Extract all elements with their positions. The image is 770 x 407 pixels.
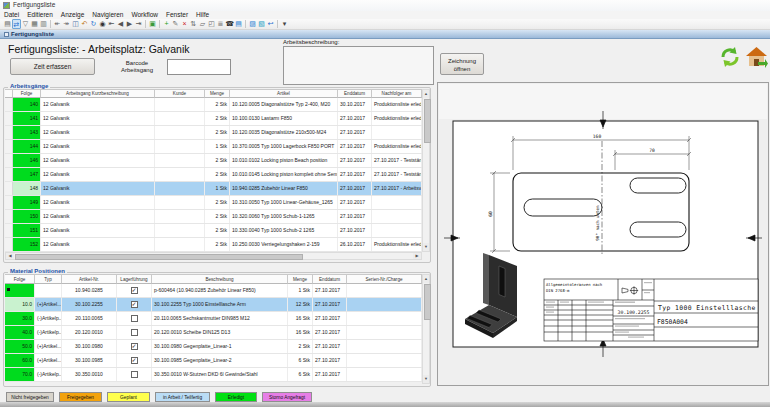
nav-last-icon[interactable]: ⇥	[134, 19, 143, 29]
arbeitsgang-row-151[interactable]: 15112 Galvanik2 Stk10.330.0040 Typ 1000 …	[5, 224, 422, 238]
paste-page-icon[interactable]: ▧	[257, 19, 266, 29]
tab-fertigungsliste[interactable]: Fertigungsliste	[4, 31, 54, 38]
cell-selector	[5, 112, 13, 125]
add-icon[interactable]: +	[162, 19, 171, 29]
zeichnung-oeffnen-button[interactable]: Zeichnung öffnen	[440, 53, 484, 75]
material-row-50.0[interactable]: 50.0(+)Artikel...30.100.0980✓30.100.0980…	[5, 340, 422, 354]
undo-icon[interactable]: ↶	[80, 19, 89, 29]
lagerfuehrung-checkbox[interactable]	[131, 371, 138, 378]
refresh-icon[interactable]	[719, 46, 741, 68]
lagerfuehrung-checkbox[interactable]: ✓	[131, 357, 138, 364]
material-row-60.0[interactable]: 60.0(+)Artikel...30.100.0985✓30.100.0985…	[5, 354, 422, 368]
lagerfuehrung-checkbox[interactable]: ✓	[131, 343, 138, 350]
menu-item-editieren[interactable]: Editieren	[23, 11, 57, 19]
revert-icon[interactable]: ↩	[266, 19, 275, 29]
material-row-40.0[interactable]: 40.0(-)Artikelp...20.120.001020.120.0010…	[5, 326, 422, 340]
legend-storno-angefragt[interactable]: Storno Angefragt	[262, 392, 312, 402]
row-selector-header	[5, 89, 13, 98]
menu-item-navigieren[interactable]: Navigieren	[88, 11, 127, 19]
cell-enddatum: 27.10.2017	[338, 196, 372, 209]
sort-icon[interactable]: ⇅	[189, 19, 198, 29]
first-record-icon[interactable]: ↞	[53, 19, 62, 29]
redo-icon[interactable]: ↻	[89, 19, 98, 29]
grid-large-icon[interactable]: ▥	[39, 19, 48, 29]
refresh-view-icon[interactable]: ⇄	[12, 19, 21, 29]
column-header: Enddatum	[313, 274, 347, 284]
cell-enddatum: 27.10.2017	[313, 368, 347, 381]
scroll-down-icon[interactable]: ▼	[423, 375, 429, 383]
grid-icon[interactable]: ▦	[30, 19, 39, 29]
zeit-erfassen-button[interactable]: Zeit erfassen	[10, 58, 95, 75]
arbeitsgaenge-vscrollbar[interactable]: ▲ ▼	[422, 89, 430, 252]
home-icon[interactable]	[745, 46, 768, 69]
cell-kunde	[155, 224, 205, 237]
scroll-thumb[interactable]	[15, 254, 303, 260]
barcode-input[interactable]	[167, 59, 231, 75]
copy-page-icon[interactable]: ▨	[248, 19, 257, 29]
titleblock-artikel-nr: 30.100.2255	[618, 310, 650, 315]
menu-item-workflow[interactable]: Workflow	[127, 11, 162, 19]
legend-in-arbeit-teilfertig[interactable]: in Arbeit / Teilfertig	[155, 392, 210, 402]
scroll-up-icon[interactable]: ▲	[423, 90, 429, 98]
arbeitsgang-row-147[interactable]: 14712 Galvanik2 Stk10.010.0145 Locking p…	[5, 168, 422, 182]
arbeitsgang-row-148[interactable]: 14812 Galvanik1 Stk10.940.0285 Zubehör L…	[5, 182, 422, 196]
arbeitsgang-row-144[interactable]: 14412 Galvanik1 Stk10.370.0005 Typ 1000 …	[5, 140, 422, 154]
nav-first-icon[interactable]: ⇤	[107, 19, 116, 29]
lagerfuehrung-checkbox[interactable]: ✓	[131, 301, 138, 308]
scroll-left-icon[interactable]: ◀	[6, 253, 14, 259]
more-icon[interactable]: ▾	[280, 19, 289, 29]
material-row-current[interactable]: 10.940.0285✓p-600464 (10.940.0285 Zubehö…	[5, 284, 422, 298]
zeichnung-line2: öffnen	[441, 65, 483, 73]
menu-item-anzeige[interactable]: Anzeige	[57, 11, 89, 19]
nav-prev-icon[interactable]: ◀	[116, 19, 125, 29]
print-icon[interactable]: ▤	[3, 19, 12, 29]
arbeitsbeschreibung-textarea[interactable]	[283, 46, 434, 85]
image-icon[interactable]: ▣	[148, 19, 157, 29]
material-row-10.0[interactable]: 10.0(+)Artikel...30.100.2255✓30.100.2255…	[5, 298, 422, 312]
lagerfuehrung-checkbox[interactable]: ✓	[131, 287, 138, 294]
edit-icon[interactable]: ✎	[171, 19, 180, 29]
filter-icon[interactable]: ▽	[21, 19, 30, 29]
card-icon[interactable]: ▱	[198, 19, 207, 29]
arbeitsgang-row-150[interactable]: 15012 Galvanik2 Stk10.320.0060 Typ 1000 …	[5, 210, 422, 224]
search-icon[interactable]: ◉	[98, 19, 107, 29]
legend-freigegeben[interactable]: Freigegeben	[59, 392, 102, 402]
scroll-right-icon[interactable]: ▶	[413, 253, 421, 259]
arbeitsgang-row-141[interactable]: 14112 Galvanik2 Stk10.100.0130 Lastarm F…	[5, 112, 422, 126]
arbeitsgang-row-146[interactable]: 14612 Galvanik2 Stk10.010.0102 Locking p…	[5, 154, 422, 168]
menu-item-fenster[interactable]: Fenster	[162, 11, 192, 19]
cell-kurz: 12 Galvanik	[41, 140, 155, 153]
arbeitsgang-row-149[interactable]: 14912 Galvanik2 Stk10.310.0050 Typ 1000 …	[5, 196, 422, 210]
scroll-up-icon[interactable]: ▲	[423, 275, 429, 283]
list-icon[interactable]: ≣	[216, 19, 225, 29]
arbeitsgang-row-143[interactable]: 14312 Galvanik2 Stk10.120.0035 Diagonals…	[5, 126, 422, 140]
cell-menge: 2 Stk	[205, 126, 230, 139]
arbeitsgang-row-152[interactable]: 15212 Galvanik2 Stk10.250.0030 Verriegel…	[5, 238, 422, 252]
save-icon[interactable]: ◫	[71, 19, 80, 29]
scroll-down-icon[interactable]: ▼	[423, 243, 429, 251]
legend-geplant[interactable]: Geplant	[107, 392, 150, 402]
scroll-thumb[interactable]	[424, 99, 431, 143]
cell-menge: 12 Stk	[288, 298, 313, 311]
lagerfuehrung-checkbox[interactable]	[131, 329, 138, 336]
cell-kunde	[155, 196, 205, 209]
scroll-thumb[interactable]	[424, 284, 431, 320]
delete-icon[interactable]: ×	[180, 19, 189, 29]
tab-bar: Fertigungsliste	[0, 30, 770, 39]
menu-item-hilfe[interactable]: Hilfe	[192, 11, 213, 19]
material-row-70.0[interactable]: 70.0(-)Artikelp...30.350.001030.350.0010…	[5, 368, 422, 382]
lagerfuehrung-checkbox[interactable]	[131, 315, 138, 322]
arbeitsgang-row-140[interactable]: 14012 Galvanik2 Stk10.120.0005 Diagonals…	[5, 98, 422, 112]
legend-nicht-freigegeben[interactable]: Nicht freigegeben	[6, 392, 54, 402]
report-icon[interactable]: ▤	[234, 19, 243, 29]
material-vscrollbar[interactable]: ▲ ▼	[422, 274, 430, 384]
arbeitsgaenge-hscrollbar[interactable]: ◀ ▶	[5, 252, 422, 260]
phone-icon[interactable]: ☎	[225, 19, 234, 29]
legend-erledigt[interactable]: Erledigt	[215, 392, 257, 402]
last-record-icon[interactable]: ↠	[62, 19, 71, 29]
nav-next-icon[interactable]: ▶	[125, 19, 134, 29]
cell-enddatum: 27.10.2017	[313, 340, 347, 353]
window-icon[interactable]: ◰	[207, 19, 216, 29]
material-row-30.0[interactable]: 30.0(-)Artikelp...20.110.006520.110.0065…	[5, 312, 422, 326]
menu-item-datei[interactable]: Datei	[0, 11, 23, 19]
